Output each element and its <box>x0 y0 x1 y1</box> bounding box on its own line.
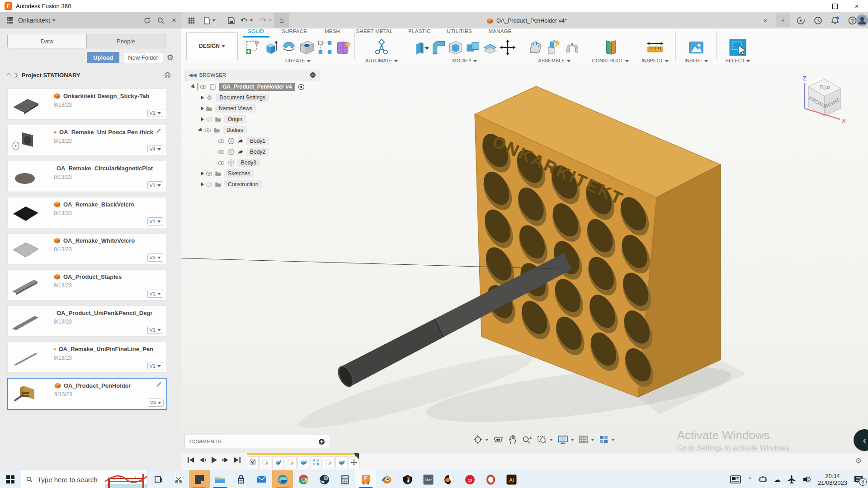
add-comment-icon[interactable] <box>318 438 325 445</box>
new-document-tab-icon[interactable]: + <box>776 14 790 27</box>
measure-icon[interactable] <box>646 38 665 56</box>
project-item[interactable]: OA_Remake_UniPinFineLine_Pen 8/13/23 V1 <box>7 342 166 373</box>
go-to-end-icon[interactable] <box>234 457 241 463</box>
airplane-mode-icon[interactable] <box>787 475 796 484</box>
version-badge[interactable]: V3 <box>147 253 163 262</box>
user-avatar[interactable] <box>855 14 868 27</box>
volume-icon[interactable] <box>802 475 811 483</box>
version-badge[interactable]: V1 <box>147 181 163 189</box>
workspace-selector[interactable]: DESIGN <box>186 32 238 60</box>
notification-center-icon[interactable]: 3 <box>854 475 863 484</box>
project-name[interactable]: Project STATIONARY <box>22 72 80 79</box>
extrude-icon[interactable] <box>262 39 279 56</box>
pan-icon[interactable] <box>508 435 518 445</box>
undo-icon[interactable] <box>240 14 253 27</box>
offset-face-icon[interactable] <box>482 39 498 56</box>
tree-node-document-settings[interactable]: ⚙ Document Settings <box>185 92 320 103</box>
select-tool-icon[interactable] <box>728 38 747 57</box>
upload-button[interactable]: Upload <box>87 52 119 63</box>
go-to-start-icon[interactable] <box>187 457 194 463</box>
joint-icon[interactable] <box>546 39 563 56</box>
display-settings-icon[interactable] <box>557 435 574 445</box>
team-name[interactable]: Onkarkitekt <box>18 17 50 24</box>
eye-icon[interactable] <box>218 149 225 155</box>
home-view-button[interactable]: ⌂ <box>274 13 289 28</box>
group-label-insert[interactable]: INSERT <box>678 58 714 63</box>
taskbar-clock[interactable]: 20:34 21/08/2023 <box>818 473 847 486</box>
timeline-extrude-icon[interactable] <box>272 456 284 468</box>
close-button[interactable]: × <box>846 0 867 12</box>
zoom-window-icon[interactable] <box>537 435 553 445</box>
version-badge[interactable]: V1 <box>147 217 163 225</box>
settings-gear-icon[interactable]: ⚙ <box>167 53 174 62</box>
document-tab[interactable]: OA_Product_PenHolder v4* <box>486 15 567 27</box>
view-cube[interactable]: TOP FRONT RIGHT Z X <box>789 71 857 139</box>
group-label-create[interactable]: CREATE <box>244 58 352 63</box>
collapse-panel-icon[interactable]: ◀◀ <box>189 72 197 78</box>
app-camera[interactable] <box>439 470 459 488</box>
version-badge[interactable]: V1 <box>147 326 163 334</box>
eye-off-icon[interactable] <box>206 116 212 123</box>
project-item[interactable]: OA_Product_UniPen&Pencil_Degree... 8/13/… <box>7 305 166 337</box>
app-opera[interactable] <box>480 470 501 488</box>
play-icon[interactable] <box>211 456 217 464</box>
project-item[interactable]: OA_Product_Staples 8/13/23 V1 <box>7 269 166 300</box>
create-sketch-icon[interactable] <box>244 39 261 56</box>
tree-node-origin[interactable]: Origin <box>185 114 320 125</box>
tab-surface[interactable]: SURFACE <box>282 28 307 34</box>
minimize-browser-icon[interactable] <box>310 72 316 78</box>
tree-node-body2[interactable]: Body2 <box>185 146 320 157</box>
look-at-icon[interactable] <box>493 435 504 445</box>
comments-bar[interactable]: COMMENTS <box>184 435 330 448</box>
save-icon[interactable] <box>224 14 238 27</box>
timeline-settings-gear-icon[interactable]: ⚙ <box>855 456 862 465</box>
group-label-construct[interactable]: CONSTRUCT <box>589 58 632 63</box>
close-panel-icon[interactable]: × <box>167 14 181 27</box>
app-chrome[interactable] <box>293 470 314 488</box>
app-fusion-360[interactable]: F360 <box>355 470 376 488</box>
project-item[interactable]: OA_Remake_CircularMagneticPlate f... 8/1… <box>7 161 166 192</box>
tab-plastic[interactable]: PLASTIC <box>408 28 430 34</box>
app-file-explorer[interactable] <box>210 470 231 488</box>
tree-root-row[interactable]: OA_Product_PenHolder v4 <box>185 81 320 92</box>
tree-node-construction[interactable]: Construction <box>185 179 320 190</box>
eye-icon[interactable] <box>200 84 207 90</box>
maximize-button[interactable] <box>825 0 845 12</box>
home-icon[interactable]: ⌂ <box>6 71 11 79</box>
tab-manage[interactable]: MANAGE <box>488 28 511 34</box>
file-menu-icon[interactable] <box>203 14 216 27</box>
task-view-icon[interactable] <box>147 470 168 488</box>
timeline-extrude-icon[interactable] <box>297 456 309 468</box>
revolve-icon[interactable] <box>280 39 297 56</box>
shell-icon[interactable] <box>448 39 464 56</box>
group-label-select[interactable]: SELECT <box>719 58 757 63</box>
new-folder-button[interactable]: New Folder <box>123 52 163 63</box>
orbit-icon[interactable] <box>472 435 489 445</box>
app-sticky-notes[interactable] <box>189 470 210 488</box>
tab-sheet-metal[interactable]: SHEET METAL <box>356 28 392 34</box>
tree-node-body1[interactable]: Body1 <box>185 136 320 146</box>
notifications-bell-icon[interactable] <box>828 14 842 27</box>
tab-solid[interactable]: SOLID <box>248 28 264 34</box>
eye-icon[interactable] <box>218 160 225 166</box>
start-button[interactable] <box>0 470 21 488</box>
construct-plane-icon[interactable] <box>601 38 619 56</box>
tree-node-sketches[interactable]: Sketches <box>185 168 320 179</box>
globe-icon[interactable] <box>164 72 171 79</box>
minimize-button[interactable]: – <box>802 0 823 12</box>
show-hidden-icons[interactable]: ⌃ <box>747 476 752 483</box>
pattern-icon[interactable] <box>316 39 334 56</box>
app-mail[interactable] <box>251 470 272 488</box>
app-microsoft-store[interactable] <box>231 470 251 488</box>
automate-icon[interactable] <box>373 38 391 56</box>
move-icon[interactable] <box>499 39 516 56</box>
grid-snap-icon[interactable] <box>578 435 594 445</box>
insert-canvas-icon[interactable] <box>687 38 705 56</box>
app-illustrator[interactable]: Ai <box>501 470 522 488</box>
project-item[interactable]: OA_Remake_Uni Posca Pen thick 8/13/23 V4 <box>7 125 166 156</box>
eye-icon[interactable] <box>206 170 212 177</box>
version-badge[interactable]: V1 <box>147 290 163 298</box>
news-widget-icon[interactable] <box>730 475 741 484</box>
app-edge[interactable] <box>272 470 293 488</box>
viewports-icon[interactable] <box>599 435 615 445</box>
